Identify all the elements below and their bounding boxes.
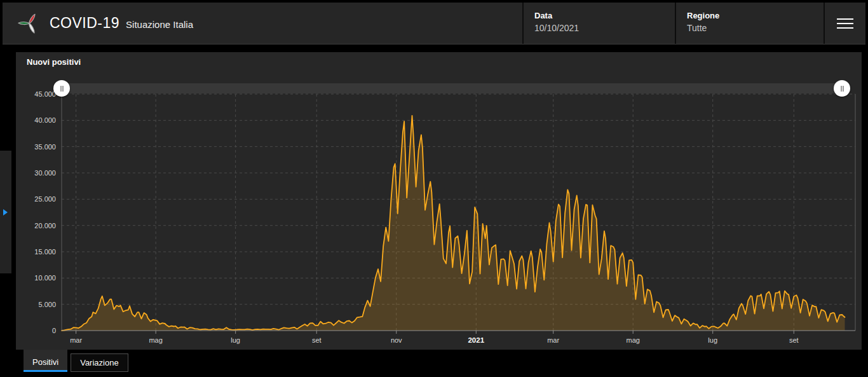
svg-text:25.000: 25.000 xyxy=(34,195,56,203)
region-selector-label: Regione xyxy=(687,11,824,20)
bottom-tab-bar: Positivi Variazione xyxy=(24,353,128,372)
tab-variazione[interactable]: Variazione xyxy=(71,353,128,372)
svg-text:set: set xyxy=(789,336,799,344)
svg-text:mag: mag xyxy=(149,336,162,344)
svg-text:2021: 2021 xyxy=(468,336,484,344)
region-selector-value: Tutte xyxy=(687,23,824,33)
italy-triskelion-logo-icon xyxy=(18,10,41,37)
svg-text:nov: nov xyxy=(391,336,402,344)
date-selector-label: Data xyxy=(534,11,675,20)
hamburger-menu-icon[interactable] xyxy=(837,15,853,32)
app-brand: COVID-19 Situazione Italia xyxy=(3,3,522,44)
svg-text:lug: lug xyxy=(231,336,240,344)
svg-text:mar: mar xyxy=(70,336,82,344)
expand-arrow-icon xyxy=(3,209,8,216)
date-selector-value: 10/10/2021 xyxy=(534,23,675,33)
svg-text:35.000: 35.000 xyxy=(34,143,56,151)
region-selector[interactable]: Regione Tutte xyxy=(675,3,824,44)
range-slider-handle-right[interactable] xyxy=(834,80,850,97)
svg-text:40.000: 40.000 xyxy=(34,116,56,124)
svg-text:5.000: 5.000 xyxy=(38,301,56,308)
app-subtitle: Situazione Italia xyxy=(126,19,193,30)
app-title: COVID-19 xyxy=(50,15,119,32)
chart-panel: Nuovi positivi 05.00010.00015.00020.0002… xyxy=(16,52,862,350)
svg-text:0: 0 xyxy=(52,327,56,334)
svg-text:10.000: 10.000 xyxy=(34,274,56,282)
svg-text:30.000: 30.000 xyxy=(34,169,56,177)
svg-text:20.000: 20.000 xyxy=(34,222,56,230)
slider-grip-icon xyxy=(60,86,64,92)
app-header: COVID-19 Situazione Italia Data 10/10/20… xyxy=(3,3,865,45)
date-selector[interactable]: Data 10/10/2021 xyxy=(522,3,675,44)
svg-text:15.000: 15.000 xyxy=(34,248,56,256)
svg-text:mag: mag xyxy=(626,336,639,344)
range-slider-handle-left[interactable] xyxy=(53,80,70,97)
tab-positivi[interactable]: Positivi xyxy=(24,353,67,372)
svg-text:set: set xyxy=(312,336,322,344)
svg-text:45.000: 45.000 xyxy=(34,90,56,98)
chart-canvas[interactable]: 05.00010.00015.00020.00025.00030.00035.0… xyxy=(16,52,862,350)
expand-side-panel-button[interactable] xyxy=(0,151,11,273)
svg-text:mar: mar xyxy=(547,336,559,344)
menu-section xyxy=(824,3,865,44)
svg-text:lug: lug xyxy=(708,336,717,344)
slider-grip-icon xyxy=(841,86,844,92)
